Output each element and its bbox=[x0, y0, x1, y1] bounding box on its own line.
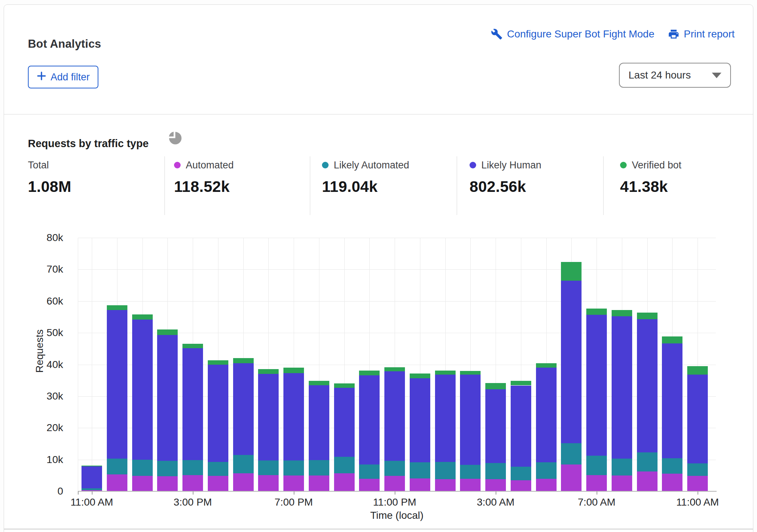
bar-segment-likely-automated[interactable] bbox=[132, 460, 153, 475]
bar-segment-likely-automated[interactable] bbox=[410, 462, 430, 478]
configure-super-bot-fight-mode-link[interactable]: Configure Super Bot Fight Mode bbox=[491, 28, 655, 40]
bar-segment-automated[interactable] bbox=[435, 479, 456, 491]
bar-segment-automated[interactable] bbox=[334, 473, 355, 491]
bar-segment-likely-human[interactable] bbox=[82, 466, 102, 488]
bar-segment-likely-human[interactable] bbox=[435, 375, 456, 462]
bar-segment-verified-bot[interactable] bbox=[132, 314, 153, 320]
bar-segment-likely-human[interactable] bbox=[384, 371, 405, 461]
bar-segment-likely-human[interactable] bbox=[157, 335, 178, 461]
bar-segment-likely-human[interactable] bbox=[511, 386, 531, 467]
bar-segment-likely-human[interactable] bbox=[309, 385, 329, 460]
bar-segment-likely-automated[interactable] bbox=[384, 461, 405, 476]
bar-segment-automated[interactable] bbox=[258, 475, 279, 491]
bar-segment-automated[interactable] bbox=[157, 476, 178, 491]
bar-segment-likely-automated[interactable] bbox=[359, 464, 380, 479]
bar-segment-automated[interactable] bbox=[586, 475, 607, 491]
bar-segment-verified-bot[interactable] bbox=[334, 383, 355, 387]
bar-segment-likely-automated[interactable] bbox=[536, 462, 557, 479]
bar-segment-likely-automated[interactable] bbox=[511, 467, 531, 480]
bar-segment-likely-automated[interactable] bbox=[687, 463, 708, 476]
bar-segment-likely-automated[interactable] bbox=[612, 459, 632, 475]
bar-segment-verified-bot[interactable] bbox=[182, 344, 203, 348]
bar-segment-likely-human[interactable] bbox=[460, 375, 481, 465]
bar-segment-automated[interactable] bbox=[612, 475, 632, 491]
bar-segment-verified-bot[interactable] bbox=[309, 381, 329, 385]
bar-segment-likely-automated[interactable] bbox=[485, 463, 506, 479]
bar-segment-likely-automated[interactable] bbox=[157, 461, 178, 476]
bar-segment-automated[interactable] bbox=[410, 478, 430, 491]
bar-segment-automated[interactable] bbox=[132, 476, 153, 491]
bar-segment-likely-human[interactable] bbox=[612, 316, 632, 459]
bar-segment-automated[interactable] bbox=[637, 471, 658, 491]
bar-segment-verified-bot[interactable] bbox=[435, 371, 456, 375]
bar-segment-likely-human[interactable] bbox=[536, 368, 557, 462]
bar-segment-likely-human[interactable] bbox=[410, 378, 430, 463]
bar-segment-likely-human[interactable] bbox=[208, 365, 228, 462]
add-filter-button[interactable]: Add filter bbox=[28, 66, 98, 88]
bar-segment-verified-bot[interactable] bbox=[511, 381, 531, 385]
bar-segment-automated[interactable] bbox=[460, 479, 481, 491]
bar-segment-likely-human[interactable] bbox=[485, 389, 506, 463]
bar-segment-verified-bot[interactable] bbox=[687, 366, 708, 375]
bar-segment-likely-human[interactable] bbox=[359, 375, 380, 465]
bar-segment-automated[interactable] bbox=[107, 474, 127, 491]
bar-segment-automated[interactable] bbox=[283, 475, 304, 491]
bar-segment-likely-human[interactable] bbox=[132, 320, 153, 460]
bar-segment-automated[interactable] bbox=[384, 476, 405, 491]
bar-segment-verified-bot[interactable] bbox=[536, 363, 557, 368]
bar-segment-automated[interactable] bbox=[687, 476, 708, 491]
bar-segment-likely-automated[interactable] bbox=[637, 452, 658, 472]
bar-segment-likely-automated[interactable] bbox=[561, 443, 582, 465]
bar-segment-verified-bot[interactable] bbox=[410, 374, 430, 378]
bar-segment-verified-bot[interactable] bbox=[82, 466, 102, 466]
bar-segment-verified-bot[interactable] bbox=[662, 336, 682, 344]
bar-segment-verified-bot[interactable] bbox=[233, 358, 254, 363]
bar-segment-verified-bot[interactable] bbox=[561, 262, 582, 281]
bar-segment-likely-human[interactable] bbox=[334, 388, 355, 457]
bar-segment-likely-human[interactable] bbox=[637, 319, 658, 452]
bar-segment-automated[interactable] bbox=[309, 475, 329, 491]
bar-segment-likely-human[interactable] bbox=[233, 363, 254, 455]
bar-segment-likely-human[interactable] bbox=[283, 373, 304, 460]
bar-segment-likely-automated[interactable] bbox=[334, 457, 355, 473]
bar-segment-verified-bot[interactable] bbox=[485, 383, 506, 389]
bar-segment-verified-bot[interactable] bbox=[460, 371, 481, 375]
bar-segment-likely-automated[interactable] bbox=[435, 462, 456, 480]
bar-segment-likely-human[interactable] bbox=[561, 281, 582, 443]
bar-segment-verified-bot[interactable] bbox=[283, 368, 304, 373]
bar-segment-automated[interactable] bbox=[82, 490, 102, 491]
bar-segment-automated[interactable] bbox=[561, 464, 582, 491]
bar-segment-likely-human[interactable] bbox=[662, 343, 682, 458]
print-report-link[interactable]: Print report bbox=[668, 28, 735, 40]
bar-segment-verified-bot[interactable] bbox=[637, 313, 658, 319]
bar-segment-likely-automated[interactable] bbox=[586, 456, 607, 475]
bar-segment-likely-automated[interactable] bbox=[258, 460, 279, 475]
bar-segment-verified-bot[interactable] bbox=[157, 329, 178, 335]
bar-segment-automated[interactable] bbox=[233, 473, 254, 491]
bar-segment-verified-bot[interactable] bbox=[107, 305, 127, 310]
bar-segment-likely-human[interactable] bbox=[258, 374, 279, 461]
bar-segment-likely-human[interactable] bbox=[586, 315, 607, 456]
bar-segment-likely-automated[interactable] bbox=[182, 460, 203, 475]
bar-segment-verified-bot[interactable] bbox=[586, 309, 607, 315]
bar-segment-verified-bot[interactable] bbox=[384, 367, 405, 371]
bar-segment-likely-human[interactable] bbox=[107, 310, 127, 459]
bar-segment-verified-bot[interactable] bbox=[359, 371, 380, 375]
bar-segment-verified-bot[interactable] bbox=[612, 310, 632, 316]
bar-segment-automated[interactable] bbox=[208, 476, 228, 491]
bar-segment-likely-automated[interactable] bbox=[460, 465, 481, 479]
bar-segment-automated[interactable] bbox=[485, 479, 506, 491]
bar-segment-likely-automated[interactable] bbox=[662, 458, 682, 474]
time-range-select[interactable]: Last 24 hours bbox=[619, 63, 731, 88]
bar-segment-likely-automated[interactable] bbox=[309, 460, 329, 475]
bar-segment-likely-human[interactable] bbox=[182, 348, 203, 460]
bar-segment-likely-automated[interactable] bbox=[233, 455, 254, 473]
bar-segment-likely-automated[interactable] bbox=[208, 462, 228, 476]
bar-segment-likely-automated[interactable] bbox=[107, 459, 127, 474]
bar-segment-automated[interactable] bbox=[536, 479, 557, 491]
bar-segment-likely-automated[interactable] bbox=[82, 488, 102, 490]
bar-segment-likely-automated[interactable] bbox=[283, 460, 304, 475]
bar-segment-automated[interactable] bbox=[182, 475, 203, 491]
bar-segment-verified-bot[interactable] bbox=[208, 360, 228, 365]
bar-segment-verified-bot[interactable] bbox=[258, 369, 279, 374]
